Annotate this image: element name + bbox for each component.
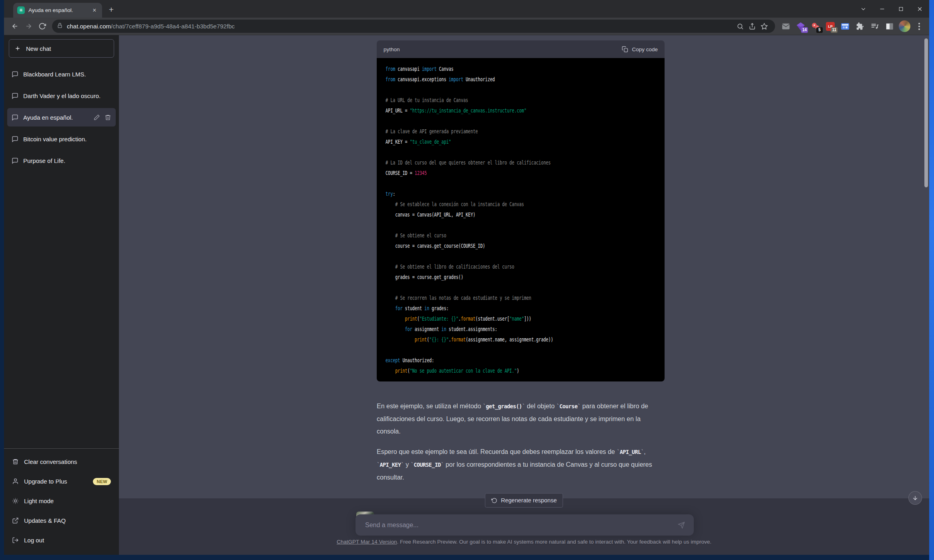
window-controls <box>854 0 929 18</box>
profile-avatar[interactable] <box>898 20 910 32</box>
light-mode-button[interactable]: Light mode <box>7 491 116 511</box>
updates-faq-label: Updates & FAQ <box>24 517 66 524</box>
upgrade-label: Upgrade to Plus <box>24 478 67 485</box>
mail-extension-icon[interactable] <box>780 20 792 32</box>
tab-title: Ayuda en español. <box>28 7 87 13</box>
clear-conversations-button[interactable]: Clear conversations <box>7 452 116 472</box>
copy-code-button[interactable]: Copy code <box>622 46 658 52</box>
code-block: python Copy code from canvasapi import C… <box>377 40 665 381</box>
chat-bubble-icon <box>12 136 18 143</box>
chat-title: Bitcoin value prediction. <box>23 136 111 143</box>
external-link-icon <box>12 517 19 524</box>
tab-close-icon[interactable]: × <box>91 7 98 14</box>
regenerate-icon <box>491 498 497 504</box>
code-content: from canvasapi import Canvasfrom canvasa… <box>386 64 587 376</box>
clipboard-icon <box>622 46 628 52</box>
window-maximize-button[interactable] <box>892 0 910 18</box>
chat-bubble-icon <box>12 157 18 164</box>
back-icon[interactable] <box>8 20 22 33</box>
copy-code-label: Copy code <box>632 46 658 52</box>
sidebar-chat-item[interactable]: Darth Vader y el lado oscuro. <box>7 86 116 105</box>
footer-disclaimer: ChatGPT Mar 14 Version. Free Research Pr… <box>119 539 929 545</box>
purple-extension-icon[interactable]: 14 <box>795 20 807 32</box>
sidebar-chat-item[interactable]: Bitcoin value prediction. <box>7 130 116 148</box>
chat-list: Blackboard Learn LMS. Darth Vader y el l… <box>4 65 119 170</box>
sidebar-chat-item[interactable]: Blackboard Learn LMS. <box>7 65 116 83</box>
message-paragraph: Espero que este ejemplo te sea útil. Rec… <box>377 446 665 484</box>
message-input[interactable] <box>356 514 694 536</box>
url-text: chat.openai.com/chat/7ceff879-a9d5-48a4-… <box>67 23 235 30</box>
light-mode-label: Light mode <box>24 498 54 504</box>
new-badge: NEW <box>93 478 111 485</box>
chat-title: Ayuda en español. <box>23 114 88 121</box>
tab-search-chevron-icon[interactable] <box>854 0 873 18</box>
lock-icon[interactable] <box>57 22 63 30</box>
edit-pencil-icon[interactable] <box>93 114 100 121</box>
window-extension-icon[interactable] <box>839 20 851 32</box>
arrow-down-icon <box>912 495 918 501</box>
footer-text: . Free Research Preview. Our goal is to … <box>397 539 711 545</box>
sidebar: New chat Blackboard Learn LMS. Darth Vad… <box>4 35 119 555</box>
logout-icon <box>12 537 19 544</box>
dots-extension-icon[interactable]: 5 <box>809 20 822 32</box>
browser-tabstrip: ✳ Ayuda en español. × + <box>4 0 929 18</box>
bookmark-star-icon[interactable] <box>758 20 770 32</box>
sidebar-chat-item[interactable]: Ayuda en español. <box>7 108 116 126</box>
sidebar-bottom-menu: Clear conversations Upgrade to Plus NEW … <box>4 448 119 553</box>
chat-scrollbar-thumb[interactable] <box>924 38 928 187</box>
extensions-puzzle-icon[interactable] <box>854 20 866 32</box>
address-bar[interactable]: chat.openai.com/chat/7ceff879-a9d5-48a4-… <box>52 20 775 33</box>
message-paragraphs: En este ejemplo, se utiliza el método ge… <box>377 400 665 484</box>
extensions-area: 14 5 LP 11 <box>780 20 925 32</box>
share-icon[interactable] <box>746 20 758 32</box>
browser-tab[interactable]: ✳ Ayuda en español. × <box>13 3 102 18</box>
send-message-button[interactable] <box>675 520 687 530</box>
chat-title: Darth Vader y el lado oscuro. <box>23 92 111 99</box>
new-tab-button[interactable]: + <box>105 4 117 16</box>
code-block-header: python Copy code <box>377 40 665 58</box>
regenerate-response-button[interactable]: Regenerate response <box>485 493 563 508</box>
message-paragraph: En este ejemplo, se utiliza el método ge… <box>377 400 665 438</box>
window-minimize-button[interactable] <box>873 0 892 18</box>
browser-toolbar: chat.openai.com/chat/7ceff879-a9d5-48a4-… <box>4 18 929 35</box>
paper-plane-icon <box>678 522 685 529</box>
scroll-to-bottom-button[interactable] <box>908 491 922 505</box>
assistant-message-content: python Copy code from canvasapi import C… <box>377 40 665 492</box>
new-chat-label: New chat <box>26 45 51 52</box>
menu-kebab-icon[interactable] <box>913 20 925 32</box>
trash-icon <box>12 458 19 465</box>
dots-extension-badge: 5 <box>816 27 823 33</box>
new-chat-button[interactable]: New chat <box>9 39 114 58</box>
reload-icon[interactable] <box>35 20 49 33</box>
log-out-label: Log out <box>24 537 44 544</box>
updates-faq-button[interactable]: Updates & FAQ <box>7 511 116 530</box>
window-close-button[interactable] <box>910 0 929 18</box>
chat-main: python Copy code from canvasapi import C… <box>119 35 929 555</box>
purple-extension-badge: 14 <box>801 27 808 33</box>
sun-icon <box>12 498 19 504</box>
chatgpt-favicon: ✳ <box>17 6 25 14</box>
upgrade-to-plus-button[interactable]: Upgrade to Plus NEW <box>7 472 116 491</box>
chat-title: Blackboard Learn LMS. <box>23 71 111 78</box>
chat-bubble-icon <box>12 114 18 121</box>
clear-conversations-label: Clear conversations <box>24 458 77 465</box>
zoom-magnifier-icon[interactable] <box>734 20 746 32</box>
code-language-label: python <box>384 46 400 52</box>
person-icon <box>12 478 19 485</box>
chat-title: Purpose of Life. <box>23 157 111 164</box>
desktop-background-strip <box>929 0 934 560</box>
browser-window: ✳ Ayuda en español. × + chat.op <box>4 0 929 555</box>
log-out-button[interactable]: Log out <box>7 530 116 550</box>
chat-bubble-icon <box>12 92 18 99</box>
sidebar-extension-icon[interactable] <box>884 20 896 32</box>
chat-scrollbar[interactable] <box>924 35 928 555</box>
playlist-extension-icon[interactable] <box>869 20 881 32</box>
lastpass-extension-icon[interactable]: LP 11 <box>824 20 836 32</box>
forward-icon[interactable] <box>22 20 35 33</box>
delete-trash-icon[interactable] <box>104 114 111 121</box>
code-block-body: from canvasapi import Canvasfrom canvasa… <box>377 58 665 381</box>
regenerate-label: Regenerate response <box>501 497 556 504</box>
sidebar-chat-item[interactable]: Purpose of Life. <box>7 151 116 170</box>
chatgpt-app: New chat Blackboard Learn LMS. Darth Vad… <box>4 35 929 555</box>
version-link[interactable]: ChatGPT Mar 14 Version <box>337 539 397 545</box>
